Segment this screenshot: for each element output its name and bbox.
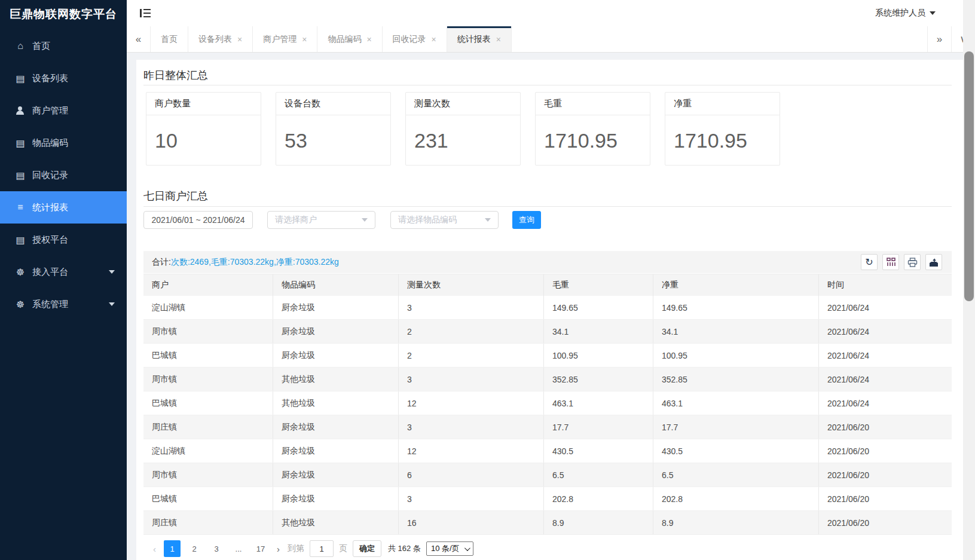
stat-card-device-count: 设备台数 53 <box>276 92 391 166</box>
prev-page-icon[interactable]: ‹ <box>151 544 158 554</box>
column-settings-button[interactable] <box>882 254 899 270</box>
close-icon[interactable]: × <box>432 35 436 44</box>
sidebar-item-item-code[interactable]: ▤ 物品编码 <box>0 127 127 159</box>
sidebar-item-statistics-report[interactable]: ≡ 统计报表 <box>0 191 127 224</box>
table-cell: 淀山湖镇 <box>143 439 273 463</box>
page-number-button[interactable]: 17 <box>252 540 269 557</box>
total-count-label: 共 162 条 <box>388 543 421 554</box>
close-icon[interactable]: × <box>366 35 371 44</box>
vertical-scrollbar[interactable] <box>963 0 975 560</box>
table-cell: 3 <box>399 296 544 319</box>
close-icon[interactable]: × <box>302 35 307 44</box>
table-cell: 巴城镇 <box>143 487 273 510</box>
tab-recycle-records[interactable]: 回收记录 × <box>383 26 447 52</box>
page-numbers: 123...17 <box>164 540 269 557</box>
table-cell: 周庄镇 <box>143 415 273 439</box>
sidebar-item-system-mgmt[interactable]: ☸ 系统管理 <box>0 288 127 320</box>
page-number-button[interactable]: 2 <box>186 540 203 557</box>
table-row[interactable]: 周市镇厨余垃圾66.56.52021/06/20 <box>143 463 952 487</box>
sidebar-item-label: 首页 <box>32 41 50 52</box>
sidebar-item-label: 物品编码 <box>32 137 68 149</box>
tab-merchant-mgmt[interactable]: 商户管理 × <box>253 26 317 52</box>
chevron-down-icon <box>109 302 115 306</box>
tabs-scroll-left-icon[interactable]: « <box>127 26 151 52</box>
next-page-icon[interactable]: › <box>274 544 282 554</box>
page-number-button[interactable]: 1 <box>164 540 181 557</box>
table-cell: 2021/06/20 <box>819 439 952 463</box>
scrollbar-thumb[interactable] <box>964 51 974 301</box>
page-number-button[interactable]: 3 <box>208 540 225 557</box>
sidebar-item-label: 设备列表 <box>32 73 68 84</box>
sidebar-item-recycle-records[interactable]: ▤ 回收记录 <box>0 159 127 191</box>
totals-label: 合计: <box>152 257 171 268</box>
sidebar-collapse-icon[interactable] <box>140 9 151 17</box>
printer-icon <box>907 258 918 267</box>
date-range-input[interactable]: 2021/06/01 ~ 2021/06/24 <box>143 211 253 229</box>
sidebar-item-access-platform[interactable]: ☸ 接入平台 <box>0 256 127 288</box>
item-code-select[interactable]: 请选择物品编码 <box>390 211 499 229</box>
sidebar-item-authorized-platform[interactable]: ▤ 授权平台 <box>0 224 127 256</box>
table-body: 淀山湖镇厨余垃圾3149.65149.652021/06/24周市镇厨余垃圾23… <box>143 296 952 535</box>
page-size-select[interactable]: 10 条/页 <box>426 541 473 556</box>
print-button[interactable] <box>904 254 921 270</box>
search-button[interactable]: 查询 <box>512 211 541 229</box>
table-cell: 2 <box>399 320 544 343</box>
sidebar-item-device-list[interactable]: ▤ 设备列表 <box>0 62 127 94</box>
document-icon: ▤ <box>14 137 26 149</box>
table-row[interactable]: 周市镇其他垃圾3352.85352.852021/06/24 <box>143 368 952 391</box>
column-header: 时间 <box>819 274 952 296</box>
table-row[interactable]: 淀山湖镇厨余垃圾12430.5430.52021/06/20 <box>143 439 952 463</box>
table-row[interactable]: 周庄镇其他垃圾168.98.92021/06/20 <box>143 511 952 535</box>
chevron-down-icon <box>109 270 115 274</box>
table-cell: 淀山湖镇 <box>143 296 273 319</box>
table-cell: 厨余垃圾 <box>273 296 399 319</box>
column-header: 净重 <box>653 274 819 296</box>
sidebar-item-home[interactable]: ⌂ 首页 <box>0 30 127 62</box>
close-icon[interactable]: × <box>237 35 242 44</box>
table-row[interactable]: 淀山湖镇厨余垃圾3149.65149.652021/06/24 <box>143 296 952 320</box>
tabs-scroll-right-icon[interactable]: » <box>927 26 951 52</box>
tab-item-code[interactable]: 物品编码 × <box>317 26 382 52</box>
table-cell: 2021/06/24 <box>819 320 952 343</box>
table-cell: 202.8 <box>544 487 653 510</box>
refresh-button[interactable]: ↻ <box>861 254 878 270</box>
close-icon[interactable]: × <box>496 35 501 44</box>
table-cell: 8.9 <box>653 511 819 534</box>
table-row[interactable]: 周市镇厨余垃圾234.134.12021/06/24 <box>143 320 952 344</box>
columns-icon <box>887 258 895 267</box>
table-cell: 430.5 <box>653 439 819 463</box>
sidebar-item-label: 商户管理 <box>32 105 68 117</box>
report-section-title: 七日商户汇总 <box>143 189 208 203</box>
stat-card-value: 1710.95 <box>536 115 650 166</box>
table-cell: 其他垃圾 <box>273 368 399 391</box>
table-row[interactable]: 巴城镇厨余垃圾2100.95100.952021/06/24 <box>143 344 952 368</box>
confirm-button[interactable]: 确定 <box>353 540 381 557</box>
tab-home[interactable]: 首页 × <box>151 26 188 52</box>
tab-label: 物品编码 <box>328 34 361 45</box>
main-panel: 昨日整体汇总 商户数量 10 设备台数 53 测量次数 231 毛重 1710.… <box>136 60 963 560</box>
table-row[interactable]: 周庄镇厨余垃圾317.717.72021/06/20 <box>143 415 952 439</box>
table-cell: 352.85 <box>653 368 819 391</box>
sidebar-item-label: 回收记录 <box>32 170 68 181</box>
gear-icon: ☸ <box>14 299 26 310</box>
totals-bar: 合计:次数:2469,毛重:70303.22kg,净重:70303.22kg ↻ <box>143 251 952 273</box>
report-table: 商户 物品编码 测量次数 毛重 净重 时间 淀山湖镇厨余垃圾3149.65149… <box>143 274 952 535</box>
table-row[interactable]: 巴城镇其他垃圾12463.1463.12021/06/24 <box>143 391 952 415</box>
export-button[interactable] <box>925 254 942 270</box>
table-cell: 2021/06/20 <box>819 487 952 510</box>
sidebar-item-merchant-mgmt[interactable]: 商户管理 <box>0 94 127 127</box>
refresh-icon: ↻ <box>865 258 873 267</box>
table-row[interactable]: 巴城镇厨余垃圾3202.8202.82021/06/20 <box>143 487 952 511</box>
tab-label: 统计报表 <box>457 34 491 45</box>
table-cell: 100.95 <box>544 344 653 367</box>
table-cell: 2 <box>399 344 544 367</box>
page-ellipsis: ... <box>230 540 247 557</box>
stat-card-label: 净重 <box>665 93 780 115</box>
goto-page-input[interactable] <box>310 540 334 557</box>
tab-statistics-report[interactable]: 统计报表 × <box>447 26 512 52</box>
tab-label: 商户管理 <box>263 34 297 45</box>
table-cell: 2021/06/20 <box>819 415 952 439</box>
merchant-select[interactable]: 请选择商户 <box>267 211 375 229</box>
user-menu[interactable]: 系统维护人员 <box>875 8 936 19</box>
tab-device-list[interactable]: 设备列表 × <box>188 26 253 52</box>
